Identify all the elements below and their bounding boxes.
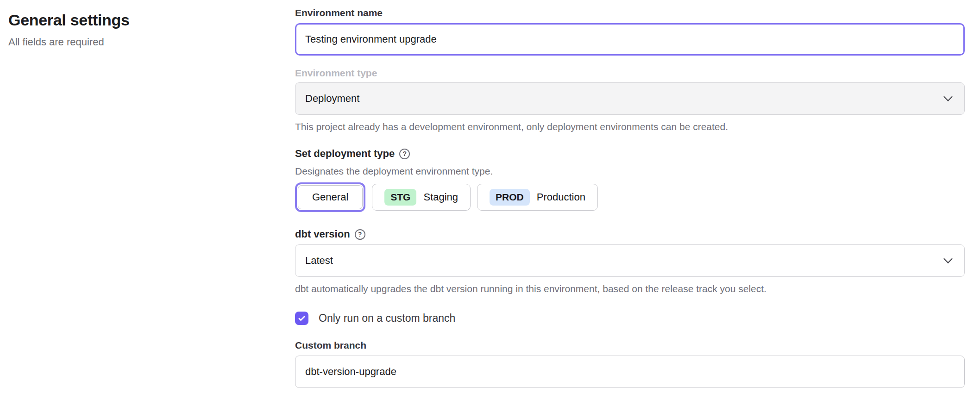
deployment-type-production-label: Production — [537, 191, 585, 203]
help-icon[interactable]: ? — [355, 229, 365, 240]
page-subtitle: All fields are required — [8, 36, 268, 48]
deployment-type-general-selected-ring: General — [295, 182, 365, 212]
environment-type-label: Environment type — [295, 67, 965, 80]
deployment-type-header: Set deployment type ? — [295, 146, 965, 161]
help-icon[interactable]: ? — [399, 149, 410, 159]
environment-settings-form: Environment name Environment type Deploy… — [295, 0, 965, 388]
dbt-version-helper: dbt automatically upgrades the dbt versi… — [295, 282, 965, 295]
page-title: General settings — [8, 11, 268, 29]
dbt-version-header: dbt version ? — [295, 227, 965, 242]
environment-name-label: Environment name — [295, 6, 965, 19]
dbt-version-select[interactable]: Latest — [295, 244, 965, 277]
settings-intro: General settings All fields are required — [8, 11, 268, 48]
deployment-type-general-button[interactable]: General — [298, 185, 363, 209]
custom-branch-checkbox-label: Only run on a custom branch — [319, 312, 455, 325]
custom-branch-checkbox-row[interactable]: Only run on a custom branch — [295, 311, 965, 325]
chevron-down-icon — [943, 254, 953, 263]
deployment-type-general-label: General — [312, 191, 348, 203]
production-badge: PROD — [490, 189, 530, 206]
staging-badge: STG — [384, 189, 416, 206]
environment-type-value: Deployment — [305, 93, 359, 105]
deployment-type-staging-label: Staging — [423, 191, 458, 203]
custom-branch-input[interactable] — [295, 356, 965, 388]
environment-name-input[interactable] — [295, 23, 965, 56]
dbt-version-value: Latest — [305, 255, 333, 267]
deployment-type-label: Set deployment type — [295, 148, 395, 160]
deployment-type-options: General STG Staging PROD Production — [295, 182, 965, 212]
deployment-type-staging-button[interactable]: STG Staging — [372, 184, 471, 211]
custom-branch-label: Custom branch — [295, 339, 965, 352]
deployment-type-production-button[interactable]: PROD Production — [477, 184, 598, 211]
checkbox-checked-icon[interactable] — [295, 312, 308, 325]
environment-type-select[interactable]: Deployment — [295, 82, 965, 115]
environment-type-helper: This project already has a development e… — [295, 120, 965, 133]
dbt-version-label: dbt version — [295, 228, 350, 240]
deployment-type-helper: Designates the deployment environment ty… — [295, 165, 965, 178]
chevron-down-icon — [943, 92, 953, 101]
environment-settings-page: General settings All fields are required… — [0, 0, 980, 400]
